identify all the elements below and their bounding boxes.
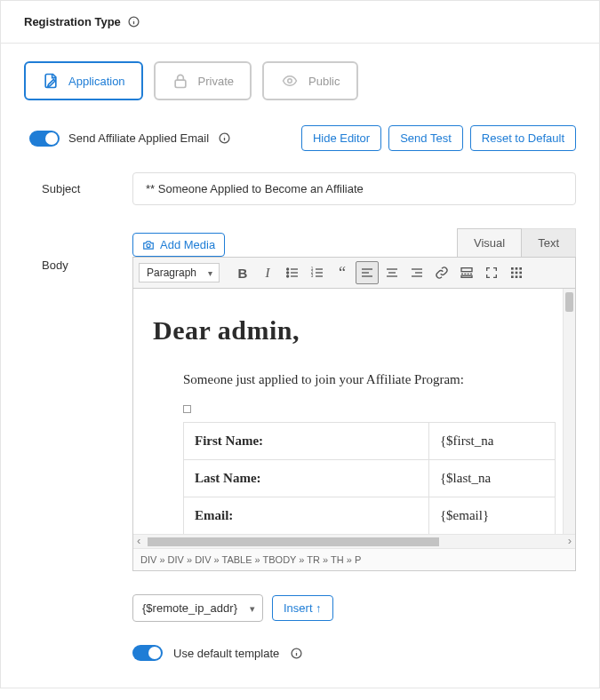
camera-icon xyxy=(142,239,155,251)
table-row: Email:{$email} xyxy=(184,497,556,535)
svg-rect-38 xyxy=(519,272,522,274)
svg-point-9 xyxy=(287,268,289,270)
svg-point-44 xyxy=(296,650,297,651)
table-row-value: {$first_na xyxy=(428,423,555,460)
toolbar-toggle-icon[interactable] xyxy=(505,261,528,284)
tab-visual[interactable]: Visual xyxy=(457,228,522,257)
table-row-label: First Name: xyxy=(184,423,429,460)
horizontal-scrollbar[interactable] xyxy=(133,534,575,548)
subject-input[interactable] xyxy=(132,172,576,205)
bulleted-list-icon[interactable] xyxy=(281,261,304,284)
insert-more-icon[interactable] xyxy=(455,261,478,284)
editor-breadcrumbs: DIV » DIV » DIV » TABLE » TBODY » TR » T… xyxy=(133,548,575,570)
email-greeting: Dear admin, xyxy=(153,315,556,346)
svg-point-4 xyxy=(288,79,292,84)
insert-token-button[interactable]: Insert ↑ xyxy=(272,595,333,621)
bold-icon[interactable]: B xyxy=(231,261,254,284)
registration-type-selector: Application Private Public xyxy=(24,61,576,100)
svg-point-13 xyxy=(287,275,289,277)
format-select[interactable]: Paragraph xyxy=(139,263,220,282)
align-right-icon[interactable] xyxy=(405,261,428,284)
italic-icon[interactable]: I xyxy=(256,261,279,284)
table-handle[interactable] xyxy=(183,405,191,413)
svg-point-8 xyxy=(147,243,150,247)
svg-rect-30 xyxy=(461,268,472,272)
blockquote-icon[interactable]: “ xyxy=(331,261,354,284)
editor-toolbar: Paragraph B I 123 “ xyxy=(132,257,576,289)
svg-rect-40 xyxy=(516,275,518,278)
svg-rect-36 xyxy=(511,272,514,274)
reg-type-application[interactable]: Application xyxy=(24,61,143,100)
table-row-value: {$email} xyxy=(428,497,555,535)
email-intro: Someone just applied to join your Affili… xyxy=(183,372,556,387)
link-icon[interactable] xyxy=(430,261,453,284)
send-test-button[interactable]: Send Test xyxy=(388,125,463,151)
editor-tabs: Visual Text xyxy=(457,228,576,257)
svg-point-2 xyxy=(134,20,135,20)
subject-label: Subject xyxy=(24,182,132,195)
reg-type-application-label: Application xyxy=(68,75,125,88)
lock-icon xyxy=(172,72,189,90)
numbered-list-icon[interactable]: 123 xyxy=(306,261,329,284)
svg-rect-37 xyxy=(516,272,518,274)
hide-editor-button[interactable]: Hide Editor xyxy=(301,125,381,151)
use-default-template-label: Use default template xyxy=(173,647,279,660)
info-icon[interactable] xyxy=(218,132,230,145)
svg-rect-35 xyxy=(519,267,522,270)
table-row-label: Last Name: xyxy=(184,460,429,497)
document-pencil-icon xyxy=(42,72,60,90)
body-label: Body xyxy=(24,228,132,272)
reg-type-public[interactable]: Public xyxy=(262,61,357,100)
applicant-table: First Name:{$first_naLast Name:{$last_na… xyxy=(183,422,556,534)
editor-content[interactable]: Dear admin, Someone just applied to join… xyxy=(133,289,575,534)
svg-rect-32 xyxy=(461,275,472,277)
svg-rect-41 xyxy=(519,275,522,278)
add-media-button[interactable]: Add Media xyxy=(132,233,225,257)
table-row: Last Name:{$last_na xyxy=(184,460,556,497)
panel-title: Registration Type xyxy=(24,15,121,28)
table-row-label: Email: xyxy=(184,497,429,535)
panel-header: Registration Type xyxy=(1,0,599,44)
svg-point-7 xyxy=(224,136,225,137)
table-row-value: {$last_na xyxy=(428,460,555,497)
svg-point-11 xyxy=(287,272,289,274)
svg-text:3: 3 xyxy=(311,274,314,278)
send-email-toggle[interactable] xyxy=(29,131,60,147)
reg-type-public-label: Public xyxy=(308,75,340,88)
info-icon[interactable] xyxy=(290,647,302,659)
token-select[interactable]: {$remote_ip_addr} xyxy=(132,594,263,622)
svg-rect-33 xyxy=(511,267,514,270)
align-center-icon[interactable] xyxy=(380,261,404,284)
vertical-scrollbar[interactable] xyxy=(563,289,575,534)
use-default-template-toggle[interactable] xyxy=(132,645,163,661)
reg-type-private-label: Private xyxy=(198,75,234,88)
add-media-label: Add Media xyxy=(160,238,215,251)
svg-rect-39 xyxy=(511,275,514,278)
send-email-label: Send Affiliate Applied Email xyxy=(68,131,209,145)
align-left-icon[interactable] xyxy=(356,261,379,284)
table-row: First Name:{$first_na xyxy=(184,423,556,460)
editor-area[interactable]: Dear admin, Someone just applied to join… xyxy=(132,289,576,571)
reset-default-button[interactable]: Reset to Default xyxy=(470,125,576,151)
svg-rect-34 xyxy=(516,267,518,270)
svg-rect-3 xyxy=(175,80,186,87)
fullscreen-icon[interactable] xyxy=(480,261,503,284)
eye-icon xyxy=(280,73,300,89)
reg-type-private[interactable]: Private xyxy=(154,61,252,100)
tab-text[interactable]: Text xyxy=(522,228,576,257)
info-icon[interactable] xyxy=(128,16,140,28)
